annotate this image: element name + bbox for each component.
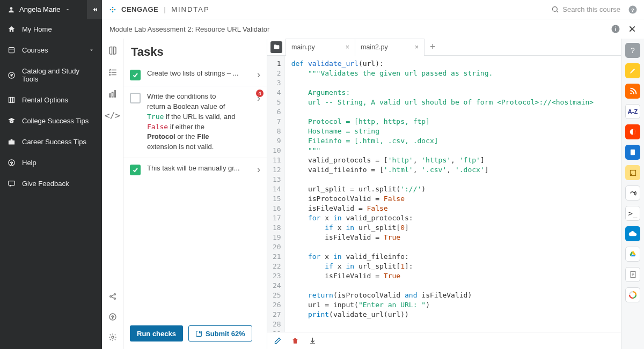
sidebar-item-label: Help	[22, 159, 36, 167]
books-icon	[8, 96, 16, 104]
sidebar-item-rental[interactable]: Rental Options	[0, 90, 102, 110]
sidebar-item-career-tips[interactable]: Career Success Tips	[0, 131, 102, 152]
app-dock: ? A-Z >_	[621, 39, 644, 349]
analytics-icon[interactable]	[108, 89, 118, 99]
svg-rect-10	[9, 181, 14, 185]
editor-tab[interactable]: main2.py ×	[355, 39, 425, 56]
trash-icon[interactable]	[291, 337, 299, 345]
sidebar-item-help[interactable]: ? Help	[0, 152, 102, 173]
editor-tab[interactable]: main.py ×	[286, 39, 355, 56]
svg-point-40	[112, 336, 114, 338]
tab-label: main2.py	[361, 43, 388, 51]
search-placeholder: Search this course	[562, 5, 620, 13]
svg-line-36	[111, 295, 114, 296]
dock-dictionary-icon[interactable]	[625, 145, 640, 160]
dock-highlighter-icon[interactable]	[625, 63, 640, 78]
task-checkbox[interactable]	[130, 93, 141, 103]
chevron-right-icon[interactable]: ›	[256, 69, 261, 80]
task-text: This task will be manually gr...	[147, 164, 250, 174]
sidebar-item-college-tips[interactable]: College Success Tips	[0, 110, 102, 131]
settings-icon[interactable]	[108, 333, 117, 341]
svg-rect-31	[112, 92, 113, 97]
svg-rect-22	[615, 27, 616, 28]
sidebar-item-home[interactable]: My Home	[0, 19, 102, 40]
sidebar-item-catalog[interactable]: Catalog and Study Tools	[0, 61, 102, 90]
close-icon[interactable]: ×	[346, 43, 349, 51]
run-checks-button[interactable]: Run checks	[130, 325, 183, 341]
task-text: Create two lists of strings – ...	[147, 69, 250, 79]
svg-rect-30	[109, 94, 111, 97]
brand-cengage: CENGAGE	[121, 5, 158, 13]
dock-rss-icon[interactable]	[625, 84, 640, 99]
tasks-actions: Run checks Submit 62%	[123, 320, 267, 349]
task-row[interactable]: This task will be manually gr... ›	[123, 158, 267, 181]
svg-point-15	[112, 9, 114, 10]
close-icon[interactable]: ×	[415, 43, 419, 51]
chevron-right-icon[interactable]: ›	[256, 164, 261, 175]
svg-point-12	[112, 6, 114, 8]
user-icon	[8, 6, 15, 13]
dock-notes-icon[interactable]	[625, 165, 640, 180]
dock-help-icon[interactable]: ?	[625, 43, 640, 58]
strip-help-icon[interactable]: ?	[108, 313, 117, 321]
dock-flashcards-icon[interactable]	[625, 124, 640, 139]
user-menu[interactable]: Angela Marie	[0, 0, 102, 19]
dock-read-aloud-icon[interactable]	[625, 185, 640, 201]
tab-label: main.py	[291, 43, 315, 51]
main-area: CENGAGE | MINDTAP Search this course ? M…	[102, 0, 644, 349]
edit-icon[interactable]	[274, 337, 282, 345]
svg-text:?: ?	[10, 161, 13, 166]
svg-text:?: ?	[631, 6, 634, 12]
svg-point-0	[10, 7, 13, 10]
dock-progress-icon[interactable]	[625, 287, 640, 302]
info-icon[interactable]	[611, 24, 620, 34]
sidebar-item-label: Career Success Tips	[22, 138, 86, 146]
briefcase-icon	[8, 138, 16, 146]
new-tab-button[interactable]: +	[425, 41, 441, 53]
task-checkbox[interactable]	[130, 70, 141, 80]
dock-gdrive-icon[interactable]	[625, 247, 640, 262]
task-row[interactable]: 4 Write the conditions toreturn a Boolea…	[123, 86, 267, 158]
svg-rect-7	[9, 140, 14, 145]
svg-point-35	[114, 298, 115, 300]
svg-point-11	[110, 9, 112, 10]
course-search[interactable]: Search this course	[551, 5, 620, 13]
svg-point-14	[112, 11, 114, 12]
sidebar-item-label: Catalog and Study Tools	[22, 67, 94, 83]
share-icon[interactable]	[108, 292, 117, 301]
svg-line-17	[557, 11, 558, 12]
svg-rect-21	[615, 28, 616, 31]
chevron-down-icon	[89, 47, 94, 53]
instructions-icon[interactable]	[108, 46, 118, 56]
chevron-down-icon	[65, 7, 70, 12]
code-icon[interactable]: </>	[105, 110, 120, 121]
task-row[interactable]: Create two lists of strings – ... ›	[123, 63, 267, 86]
graduation-icon	[8, 117, 16, 125]
brand-mindtap: MINDTAP	[171, 5, 210, 13]
dock-onedrive-icon[interactable]	[625, 226, 640, 241]
cengage-logo-icon	[108, 5, 117, 14]
line-gutter: 1234567891011121314151617181920212223242…	[267, 56, 285, 332]
brand-separator: |	[164, 5, 166, 13]
chat-icon	[8, 180, 16, 188]
tasks-list-icon[interactable]	[108, 68, 118, 77]
sidebar-item-feedback[interactable]: Give Feedback	[0, 173, 102, 194]
code-area[interactable]: 1234567891011121314151617181920212223242…	[267, 56, 621, 332]
submit-button[interactable]: Submit 62%	[188, 325, 252, 341]
dock-terminal-icon[interactable]: >_	[625, 206, 640, 221]
sidebar-item-courses[interactable]: Courses	[0, 40, 102, 61]
download-icon[interactable]	[309, 337, 317, 345]
close-icon[interactable]	[628, 25, 636, 33]
code-body[interactable]: def validate_url(url): """Validates the …	[285, 56, 599, 332]
dock-notepad-icon[interactable]	[625, 267, 640, 282]
sidebar-collapse-button[interactable]	[87, 0, 102, 19]
tasks-title: Tasks	[123, 39, 267, 63]
svg-rect-41	[292, 339, 297, 339]
file-browser-icon[interactable]	[270, 41, 282, 53]
svg-point-28	[109, 72, 111, 73]
editor-tabs: main.py × main2.py × +	[267, 39, 621, 56]
task-checkbox[interactable]	[130, 165, 141, 175]
dock-glossary-icon[interactable]: A-Z	[625, 104, 640, 119]
book-icon	[8, 46, 16, 54]
top-help-icon[interactable]: ?	[628, 5, 638, 14]
